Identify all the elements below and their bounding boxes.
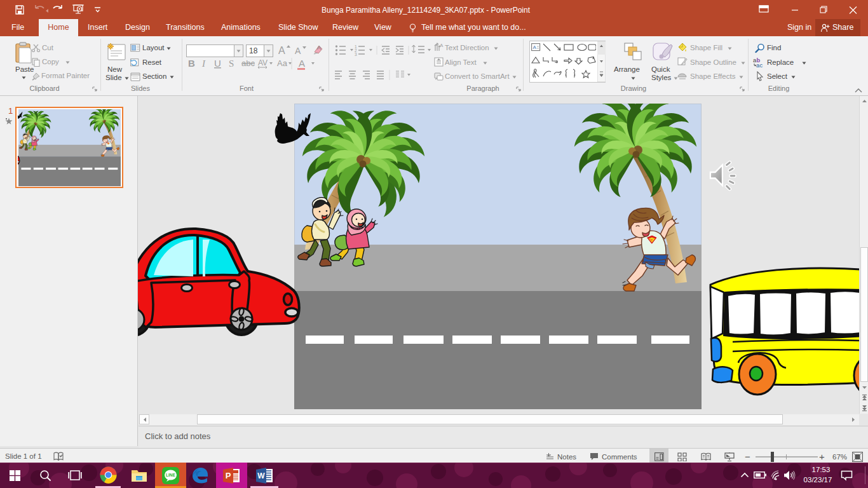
svg-text:A: A bbox=[278, 45, 285, 56]
svg-text:3: 3 bbox=[355, 52, 357, 57]
svg-text:A: A bbox=[295, 46, 301, 56]
svg-text:P: P bbox=[226, 471, 231, 480]
svg-text:A: A bbox=[299, 58, 305, 69]
svg-text:c: c bbox=[760, 62, 763, 68]
svg-text:Aa: Aa bbox=[277, 58, 288, 68]
svg-text:A: A bbox=[317, 44, 321, 51]
svg-text:abc: abc bbox=[241, 58, 255, 68]
svg-text:LINE: LINE bbox=[166, 473, 175, 477]
svg-text:U: U bbox=[214, 58, 221, 69]
svg-text:I: I bbox=[201, 58, 206, 69]
svg-text:A: A bbox=[440, 43, 444, 48]
svg-text:S: S bbox=[229, 58, 234, 69]
svg-text:W: W bbox=[257, 471, 265, 480]
svg-text:AV: AV bbox=[258, 58, 268, 67]
svg-text:B: B bbox=[188, 58, 195, 69]
svg-text:A: A bbox=[533, 44, 537, 50]
